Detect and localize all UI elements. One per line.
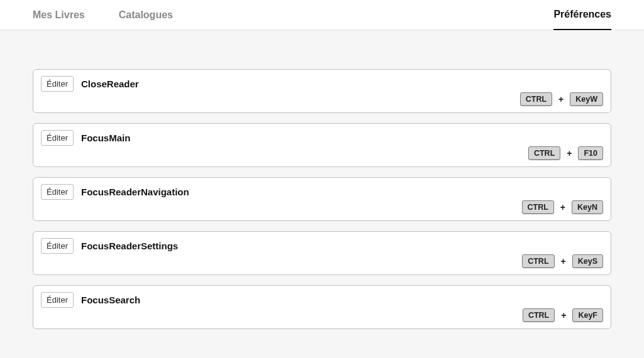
shortcut-keys: CTRL + F10 bbox=[528, 146, 603, 160]
shortcut-row-focus-reader-settings: Éditer FocusReaderSettings CTRL + KeyS bbox=[33, 231, 611, 275]
key: CTRL bbox=[522, 254, 554, 268]
shortcut-keys: CTRL + KeyS bbox=[522, 254, 603, 268]
key: KeyS bbox=[572, 254, 603, 268]
edit-button[interactable]: Éditer bbox=[41, 184, 74, 200]
nav-my-books[interactable]: Mes Livres bbox=[33, 0, 85, 30]
nav-catalogs[interactable]: Catalogues bbox=[119, 0, 173, 30]
top-nav: Mes Livres Catalogues Préférences bbox=[0, 0, 644, 30]
shortcut-row-focus-search: Éditer FocusSearch CTRL + KeyF bbox=[33, 285, 611, 329]
top-nav-left: Mes Livres Catalogues bbox=[33, 0, 173, 30]
edit-button[interactable]: Éditer bbox=[41, 292, 74, 308]
edit-button[interactable]: Éditer bbox=[41, 130, 74, 146]
shortcut-name: FocusSearch bbox=[81, 295, 140, 305]
row-top: Éditer FocusReaderSettings bbox=[41, 238, 603, 254]
shortcut-row-focus-reader-navigation: Éditer FocusReaderNavigation CTRL + KeyN bbox=[33, 177, 611, 221]
plus-separator: + bbox=[558, 94, 564, 104]
shortcut-row-focus-main: Éditer FocusMain CTRL + F10 bbox=[33, 123, 611, 167]
nav-preferences[interactable]: Préférences bbox=[553, 0, 611, 30]
shortcut-name: CloseReader bbox=[81, 79, 139, 89]
row-top: Éditer FocusMain bbox=[41, 130, 603, 146]
content: Éditer CloseReader CTRL + KeyW Éditer Fo… bbox=[0, 30, 644, 329]
key: CTRL bbox=[523, 308, 555, 322]
row-top: Éditer FocusSearch bbox=[41, 292, 603, 308]
plus-separator: + bbox=[567, 148, 572, 158]
row-top: Éditer FocusReaderNavigation bbox=[41, 184, 603, 200]
plus-separator: + bbox=[561, 310, 566, 320]
edit-button[interactable]: Éditer bbox=[41, 76, 74, 92]
key: CTRL bbox=[520, 92, 552, 106]
shortcut-keys: CTRL + KeyW bbox=[520, 92, 603, 106]
plus-separator: + bbox=[560, 202, 565, 212]
shortcut-name: FocusReaderSettings bbox=[81, 241, 178, 251]
row-top: Éditer CloseReader bbox=[41, 76, 603, 92]
key: KeyW bbox=[570, 92, 603, 106]
key: F10 bbox=[578, 146, 603, 160]
key: KeyN bbox=[572, 200, 603, 214]
shortcut-row-close-reader: Éditer CloseReader CTRL + KeyW bbox=[33, 69, 611, 113]
key: KeyF bbox=[572, 308, 603, 322]
shortcut-keys: CTRL + KeyF bbox=[523, 308, 603, 322]
plus-separator: + bbox=[561, 256, 566, 266]
edit-button[interactable]: Éditer bbox=[41, 238, 74, 254]
shortcut-keys: CTRL + KeyN bbox=[522, 200, 603, 214]
shortcut-name: FocusMain bbox=[81, 133, 130, 143]
key: CTRL bbox=[522, 200, 554, 214]
key: CTRL bbox=[528, 146, 560, 160]
shortcut-name: FocusReaderNavigation bbox=[81, 187, 189, 197]
